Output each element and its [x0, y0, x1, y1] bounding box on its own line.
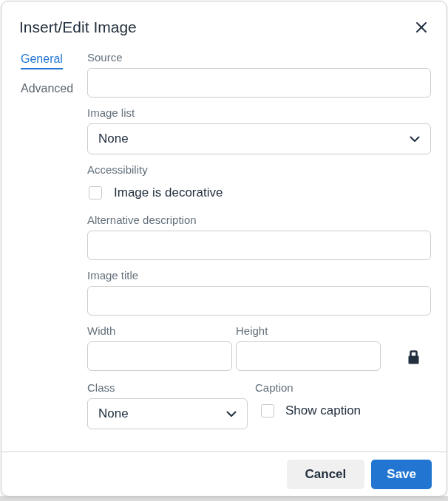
- height-input[interactable]: [236, 341, 381, 371]
- width-field-group: Width: [87, 324, 232, 371]
- alt-description-field-group: Alternative description: [87, 214, 431, 260]
- image-list-label: Image list: [87, 106, 431, 120]
- height-field-group: Height: [236, 324, 381, 371]
- width-input[interactable]: [87, 341, 232, 371]
- show-caption-checkbox-label: Show caption: [285, 403, 361, 418]
- image-title-label: Image title: [87, 269, 431, 282]
- tab-advanced[interactable]: Advanced: [21, 82, 73, 95]
- caption-field-group: Caption Show caption: [255, 381, 431, 418]
- dialog-body: General Advanced Source Image list None: [1, 44, 447, 451]
- decorative-checkbox[interactable]: [89, 186, 102, 200]
- height-label: Height: [236, 324, 381, 338]
- alt-description-input[interactable]: [87, 231, 431, 260]
- dialog-footer: Cancel Save: [1, 451, 447, 496]
- source-label: Source: [87, 51, 431, 64]
- alt-description-label: Alternative description: [87, 214, 431, 227]
- caption-label: Caption: [255, 381, 431, 395]
- image-title-field-group: Image title: [87, 269, 431, 316]
- class-selected-value: None: [98, 406, 129, 421]
- close-icon: [415, 21, 427, 33]
- insert-edit-image-dialog: Insert/Edit Image General Advanced Sourc…: [1, 1, 447, 497]
- width-label: Width: [87, 324, 232, 338]
- page-backdrop: [0, 496, 448, 501]
- general-tab-panel: Source Image list None Accessibility: [87, 51, 447, 451]
- save-button[interactable]: Save: [371, 460, 432, 489]
- decorative-checkbox-label: Image is decorative: [114, 185, 223, 200]
- image-list-selected-value: None: [98, 132, 129, 146]
- chevron-down-icon: [226, 411, 237, 418]
- show-caption-checkbox-row[interactable]: Show caption: [261, 403, 431, 418]
- image-list-field-group: Image list None: [87, 106, 431, 154]
- class-caption-row: Class None Caption Show capti: [87, 381, 431, 429]
- show-caption-checkbox[interactable]: [261, 404, 274, 418]
- accessibility-field-group: Accessibility Image is decorative: [87, 163, 431, 200]
- image-title-input[interactable]: [87, 286, 431, 316]
- lock-icon: [407, 350, 420, 364]
- decorative-checkbox-row[interactable]: Image is decorative: [89, 185, 431, 200]
- dialog-title: Insert/Edit Image: [19, 17, 137, 38]
- source-field-group: Source: [87, 51, 431, 98]
- close-button[interactable]: [414, 20, 429, 35]
- tab-general[interactable]: General: [21, 52, 63, 69]
- tab-list: General Advanced: [1, 51, 87, 451]
- image-list-select[interactable]: None: [87, 123, 431, 154]
- class-select[interactable]: None: [87, 398, 248, 429]
- accessibility-label: Accessibility: [87, 163, 431, 177]
- dimensions-row: Width Height: [87, 324, 431, 371]
- class-field-group: Class None: [87, 381, 248, 429]
- constrain-proportions-toggle[interactable]: [403, 349, 424, 371]
- source-input[interactable]: [87, 68, 431, 98]
- dialog-header: Insert/Edit Image: [1, 1, 447, 44]
- chevron-down-icon: [410, 136, 420, 143]
- cancel-button[interactable]: Cancel: [287, 460, 365, 489]
- class-label: Class: [87, 381, 248, 395]
